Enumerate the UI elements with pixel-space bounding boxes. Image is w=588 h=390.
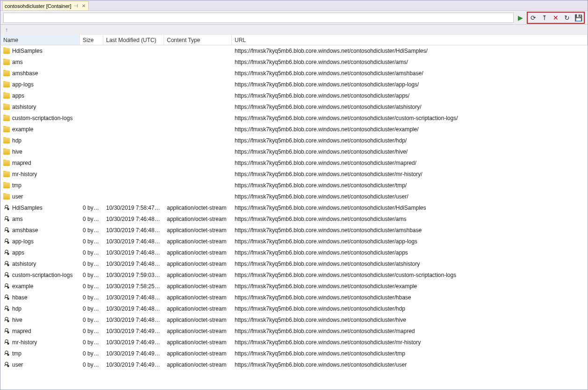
row-name-text: ams [12,216,23,222]
table-row[interactable]: tmphttps://fmxsk7kyq5mb6.blob.core.windo… [0,180,588,191]
cell-modified: 10/30/2019 7:46:48 PM [103,317,164,323]
table-row[interactable]: mapred0 bytes10/30/2019 7:46:49 PMapplic… [0,326,588,337]
save-icon[interactable]: 💾 [574,13,583,22]
cell-size: 0 bytes [80,350,103,357]
cell-name: hdp [0,137,80,144]
column-url[interactable]: URL [232,35,588,45]
cell-name: hive [0,317,80,323]
cell-name: user [0,362,80,368]
column-modified[interactable]: Last Modified (UTC) [103,35,164,45]
cell-url: https://fmxsk7kyq5mb6.blob.core.windows.… [232,59,588,65]
folder-icon [3,160,10,166]
tab-container[interactable]: contosohdicluster [Container] ⊣ ✕ [2,1,89,10]
cell-url: https://fmxsk7kyq5mb6.blob.core.windows.… [232,205,588,211]
refresh-icon[interactable]: ⟳ [529,13,538,22]
columns-header: Name Size Last Modified (UTC) Content Ty… [0,35,588,45]
delete-icon[interactable]: ✕ [551,13,560,22]
cell-name: hive [0,149,80,155]
row-name-text: HdiSamples [12,205,43,211]
rows-list: HdiSampleshttps://fmxsk7kyq5mb6.blob.cor… [0,45,588,390]
cell-name: tmp [0,182,80,189]
table-row[interactable]: HdiSamples0 bytes10/30/2019 7:58:47 PMap… [0,202,588,213]
pin-icon[interactable]: ⊣ [73,3,79,8]
cell-content-type: application/octet-stream [164,328,232,334]
table-row[interactable]: example0 bytes10/30/2019 7:58:25 PMappli… [0,281,588,292]
table-row[interactable]: atshistory0 bytes10/30/2019 7:46:48 PMap… [0,258,588,269]
folder-icon [3,171,10,177]
cell-name: mr-history [0,339,80,346]
open-icon[interactable]: ↻ [562,13,572,22]
run-icon[interactable]: ▶ [516,13,525,22]
cell-url: https://fmxsk7kyq5mb6.blob.core.windows.… [232,104,588,110]
column-size[interactable]: Size [80,35,103,45]
table-row[interactable]: amshbase0 bytes10/30/2019 7:46:48 PMappl… [0,225,588,236]
table-row[interactable]: mapredhttps://fmxsk7kyq5mb6.blob.core.wi… [0,157,588,169]
table-row[interactable]: mr-history0 bytes10/30/2019 7:46:49 PMap… [0,337,588,348]
row-name-text: amshbase [12,227,38,234]
folder-icon [3,104,10,110]
table-row[interactable]: appshttps://fmxsk7kyq5mb6.blob.core.wind… [0,90,588,101]
blob-icon [3,227,10,234]
cell-content-type: application/octet-stream [164,249,232,256]
table-row[interactable]: examplehttps://fmxsk7kyq5mb6.blob.core.w… [0,124,588,135]
table-row[interactable]: userhttps://fmxsk7kyq5mb6.blob.core.wind… [0,191,588,202]
cell-content-type: application/octet-stream [164,272,232,278]
cell-name: example [0,126,80,133]
cell-url: https://fmxsk7kyq5mb6.blob.core.windows.… [232,294,588,301]
table-row[interactable]: hdp0 bytes10/30/2019 7:46:48 PMapplicati… [0,303,588,314]
cell-url: https://fmxsk7kyq5mb6.blob.core.windows.… [232,81,588,88]
table-row[interactable]: user0 bytes10/30/2019 7:46:49 PMapplicat… [0,359,588,370]
column-name[interactable]: Name [0,35,80,45]
cell-size: 0 bytes [80,362,103,368]
breadcrumb-bar: ↑ [0,25,588,35]
cell-modified: 10/30/2019 7:46:48 PM [103,305,164,312]
cell-url: https://fmxsk7kyq5mb6.blob.core.windows.… [232,149,588,155]
blob-icon [3,216,10,222]
cell-name: mr-history [0,171,80,177]
blob-icon [3,305,10,312]
cell-size: 0 bytes [80,216,103,222]
close-icon[interactable]: ✕ [81,3,86,8]
table-row[interactable]: app-logshttps://fmxsk7kyq5mb6.blob.core.… [0,79,588,90]
svg-point-17 [7,298,9,299]
up-arrow-icon[interactable]: ↑ [5,27,8,33]
table-row[interactable]: hive0 bytes10/30/2019 7:46:48 PMapplicat… [0,314,588,326]
upload-icon[interactable]: ⤒ [540,13,549,22]
path-input[interactable] [3,13,514,23]
table-row[interactable]: atshistoryhttps://fmxsk7kyq5mb6.blob.cor… [0,101,588,113]
cell-modified: 10/30/2019 7:46:48 PM [103,249,164,256]
cell-url: https://fmxsk7kyq5mb6.blob.core.windows.… [232,362,588,368]
table-row[interactable]: custom-scriptaction-logs0 bytes10/30/201… [0,269,588,281]
column-content-type[interactable]: Content Type [164,35,232,45]
table-row[interactable]: mr-historyhttps://fmxsk7kyq5mb6.blob.cor… [0,169,588,180]
table-row[interactable]: HdiSampleshttps://fmxsk7kyq5mb6.blob.cor… [0,45,588,57]
table-row[interactable]: tmp0 bytes10/30/2019 7:46:49 PMapplicati… [0,348,588,359]
row-name-text: HdiSamples [12,48,43,54]
table-row[interactable]: hivehttps://fmxsk7kyq5mb6.blob.core.wind… [0,146,588,157]
table-row[interactable]: apps0 bytes10/30/2019 7:46:48 PMapplicat… [0,247,588,258]
row-name-text: tmp [12,182,22,189]
row-name-text: custom-scriptaction-logs [12,115,72,121]
blob-icon [3,339,10,346]
table-row[interactable]: hdphttps://fmxsk7kyq5mb6.blob.core.windo… [0,135,588,146]
cell-size: 0 bytes [80,328,103,334]
cell-name: HdiSamples [0,48,80,54]
cell-name: app-logs [0,238,80,245]
cell-url: https://fmxsk7kyq5mb6.blob.core.windows.… [232,126,588,133]
cell-modified: 10/30/2019 7:46:49 PM [103,339,164,346]
cell-name: custom-scriptaction-logs [0,115,80,121]
table-row[interactable]: custom-scriptaction-logshttps://fmxsk7ky… [0,113,588,124]
cell-modified: 10/30/2019 7:46:48 PM [103,216,164,222]
cell-content-type: application/octet-stream [164,238,232,245]
cell-name: ams [0,59,80,65]
table-row[interactable]: amshttps://fmxsk7kyq5mb6.blob.core.windo… [0,57,588,68]
table-row[interactable]: amshbasehttps://fmxsk7kyq5mb6.blob.core.… [0,68,588,79]
folder-icon [3,149,10,155]
cell-size: 0 bytes [80,339,103,346]
cell-url: https://fmxsk7kyq5mb6.blob.core.windows.… [232,92,588,99]
blob-icon [3,362,10,368]
table-row[interactable]: hbase0 bytes10/30/2019 7:46:48 PMapplica… [0,292,588,303]
table-row[interactable]: ams0 bytes10/30/2019 7:46:48 PMapplicati… [0,213,588,225]
table-row[interactable]: app-logs0 bytes10/30/2019 7:46:48 PMappl… [0,236,588,247]
tabstrip: contosohdicluster [Container] ⊣ ✕ [0,0,588,11]
